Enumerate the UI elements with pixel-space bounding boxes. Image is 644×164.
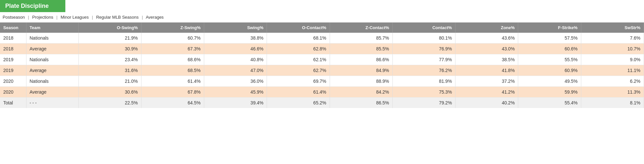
cell-team: Average xyxy=(26,65,78,76)
cell-season: 2019 xyxy=(0,54,26,65)
cell-stat: 7.6% xyxy=(581,33,644,44)
col-zcontact: Z-Contact% xyxy=(330,23,392,33)
cell-stat: 55.5% xyxy=(518,54,581,65)
cell-season: 2018 xyxy=(0,33,26,44)
cell-stat: 11.3% xyxy=(581,87,644,98)
cell-stat: 38.5% xyxy=(455,54,518,65)
cell-stat: 79.2% xyxy=(392,98,455,108)
cell-stat: 21.9% xyxy=(78,33,141,44)
nav-postseason[interactable]: Postseason xyxy=(3,15,25,20)
col-fstrike: F-Strike% xyxy=(518,23,581,33)
cell-team: - - - xyxy=(26,98,78,108)
cell-stat: 62.1% xyxy=(267,54,330,65)
cell-stat: 40.2% xyxy=(455,98,518,108)
cell-team: Nationals xyxy=(26,54,78,65)
cell-stat: 77.9% xyxy=(392,54,455,65)
cell-stat: 64.5% xyxy=(141,98,204,108)
cell-stat: 60.7% xyxy=(141,33,204,44)
cell-stat: 84.9% xyxy=(330,65,392,76)
cell-stat: 61.4% xyxy=(141,76,204,87)
cell-stat: 68.1% xyxy=(267,33,330,44)
cell-stat: 9.0% xyxy=(581,54,644,65)
col-team: Team xyxy=(26,23,78,33)
table-header-row: Season Team O-Swing% Z-Swing% Swing% O-C… xyxy=(0,23,644,33)
page-title: Plate Discipline xyxy=(5,3,60,9)
cell-stat: 38.8% xyxy=(204,33,267,44)
cell-stat: 37.2% xyxy=(455,76,518,87)
cell-stat: 76.9% xyxy=(392,44,455,54)
cell-stat: 86.5% xyxy=(330,98,392,108)
cell-stat: 60.6% xyxy=(518,44,581,54)
nav-regular-mlb[interactable]: Regular MLB Seasons xyxy=(96,15,139,20)
cell-stat: 46.6% xyxy=(204,44,267,54)
table-row: 2018Average30.9%67.3%46.6%62.8%85.5%76.9… xyxy=(0,44,644,54)
nav-minor-leagues[interactable]: Minor Leagues xyxy=(61,15,89,20)
col-swstr: SwStr% xyxy=(581,23,644,33)
table-row: 2018Nationals21.9%60.7%38.8%68.1%85.7%80… xyxy=(0,33,644,44)
col-season: Season xyxy=(0,23,26,33)
cell-stat: 55.4% xyxy=(518,98,581,108)
cell-team: Average xyxy=(26,44,78,54)
cell-stat: 30.6% xyxy=(78,87,141,98)
cell-stat: 62.7% xyxy=(267,65,330,76)
table-row: 2020Average30.6%67.8%45.9%61.4%84.2%75.3… xyxy=(0,87,644,98)
cell-stat: 39.4% xyxy=(204,98,267,108)
cell-stat: 10.7% xyxy=(581,44,644,54)
cell-stat: 57.5% xyxy=(518,33,581,44)
cell-stat: 68.5% xyxy=(141,65,204,76)
cell-stat: 76.2% xyxy=(392,65,455,76)
cell-stat: 47.0% xyxy=(204,65,267,76)
cell-stat: 43.0% xyxy=(455,44,518,54)
nav-averages[interactable]: Averages xyxy=(146,15,164,20)
cell-stat: 59.9% xyxy=(518,87,581,98)
cell-season: 2020 xyxy=(0,87,26,98)
cell-stat: 75.3% xyxy=(392,87,455,98)
cell-stat: 31.6% xyxy=(78,65,141,76)
cell-stat: 85.7% xyxy=(330,33,392,44)
cell-stat: 88.9% xyxy=(330,76,392,87)
cell-stat: 43.6% xyxy=(455,33,518,44)
page-wrapper: Plate Discipline Postseason | Projection… xyxy=(0,0,644,164)
cell-stat: 22.5% xyxy=(78,98,141,108)
plate-discipline-table: Season Team O-Swing% Z-Swing% Swing% O-C… xyxy=(0,23,644,108)
cell-stat: 41.8% xyxy=(455,65,518,76)
cell-stat: 69.7% xyxy=(267,76,330,87)
cell-stat: 68.6% xyxy=(141,54,204,65)
nav-projections[interactable]: Projections xyxy=(32,15,53,20)
cell-season: 2020 xyxy=(0,76,26,87)
table-row: Total- - -22.5%64.5%39.4%65.2%86.5%79.2%… xyxy=(0,98,644,108)
cell-stat: 40.8% xyxy=(204,54,267,65)
col-swing: Swing% xyxy=(204,23,267,33)
table-row: 2020Nationals21.0%61.4%36.0%69.7%88.9%81… xyxy=(0,76,644,87)
cell-stat: 36.0% xyxy=(204,76,267,87)
cell-stat: 30.9% xyxy=(78,44,141,54)
cell-team: Nationals xyxy=(26,33,78,44)
cell-stat: 11.1% xyxy=(581,65,644,76)
cell-stat: 49.5% xyxy=(518,76,581,87)
cell-stat: 85.5% xyxy=(330,44,392,54)
cell-stat: 45.9% xyxy=(204,87,267,98)
col-zswing: Z-Swing% xyxy=(141,23,204,33)
cell-stat: 6.2% xyxy=(581,76,644,87)
table-row: 2019Nationals23.4%68.6%40.8%62.1%86.6%77… xyxy=(0,54,644,65)
cell-stat: 65.2% xyxy=(267,98,330,108)
cell-stat: 23.4% xyxy=(78,54,141,65)
cell-team: Nationals xyxy=(26,76,78,87)
cell-stat: 41.2% xyxy=(455,87,518,98)
cell-season: 2018 xyxy=(0,44,26,54)
table-row: 2019Average31.6%68.5%47.0%62.7%84.9%76.2… xyxy=(0,65,644,76)
cell-stat: 60.9% xyxy=(518,65,581,76)
cell-stat: 67.8% xyxy=(141,87,204,98)
cell-team: Average xyxy=(26,87,78,98)
col-ocontact: O-Contact% xyxy=(267,23,330,33)
col-contact: Contact% xyxy=(392,23,455,33)
cell-stat: 86.6% xyxy=(330,54,392,65)
cell-stat: 62.8% xyxy=(267,44,330,54)
title-bar: Plate Discipline xyxy=(0,0,65,12)
cell-stat: 80.1% xyxy=(392,33,455,44)
cell-season: Total xyxy=(0,98,26,108)
cell-season: 2019 xyxy=(0,65,26,76)
cell-stat: 84.2% xyxy=(330,87,392,98)
col-zone: Zone% xyxy=(455,23,518,33)
cell-stat: 61.4% xyxy=(267,87,330,98)
